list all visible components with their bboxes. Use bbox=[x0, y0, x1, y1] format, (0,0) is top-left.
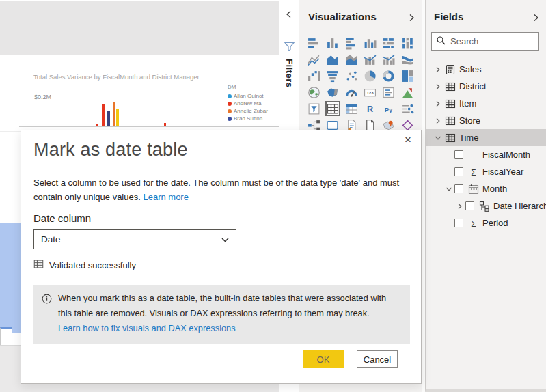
info-box-content: When you mark this as a date table, the … bbox=[58, 291, 402, 336]
chart-title: Total Sales Variance by FiscalMonth and … bbox=[33, 73, 200, 81]
stacked-area-chart-icon[interactable] bbox=[344, 52, 359, 67]
chevron-right-icon[interactable] bbox=[433, 83, 443, 90]
legend-item[interactable]: Brad Sutton bbox=[228, 115, 268, 122]
learn-more-link[interactable]: Learn more bbox=[143, 192, 188, 202]
waterfall-chart-icon[interactable] bbox=[307, 68, 322, 83]
chart-bar[interactable] bbox=[107, 111, 110, 126]
stacked-column-chart-icon[interactable] bbox=[325, 36, 340, 51]
legend-item[interactable]: Andrew Ma bbox=[228, 100, 268, 107]
field-checkbox[interactable] bbox=[454, 219, 463, 227]
chart-data-point[interactable] bbox=[164, 123, 166, 126]
r-script-icon[interactable]: R bbox=[363, 101, 378, 116]
field-item-fiscalyear[interactable]: ΣFiscalYear bbox=[426, 163, 546, 180]
field-item-label: District bbox=[459, 81, 487, 92]
fields-search-box[interactable] bbox=[431, 32, 539, 51]
field-item-date-hierarchy[interactable]: Date Hierarchy bbox=[426, 197, 546, 214]
chevron-down-icon bbox=[221, 234, 229, 244]
python-script-icon[interactable]: Py bbox=[381, 101, 396, 116]
line-chart-icon[interactable] bbox=[307, 52, 322, 67]
card-icon[interactable]: 123 bbox=[363, 85, 378, 100]
legend-item-label: Annelie Zubar bbox=[234, 108, 268, 114]
chevron-down-icon[interactable] bbox=[443, 186, 454, 193]
hundred-percent-stacked-bar-chart-icon[interactable] bbox=[381, 36, 396, 51]
field-item-store[interactable]: Store bbox=[426, 112, 546, 129]
clustered-column-chart-icon[interactable] bbox=[363, 36, 378, 51]
area-chart-icon[interactable] bbox=[325, 52, 340, 67]
hundred-percent-stacked-column-chart-icon[interactable] bbox=[400, 36, 415, 51]
field-checkbox[interactable] bbox=[454, 167, 463, 176]
field-item-fiscalmonth[interactable]: FiscalMonth bbox=[426, 146, 546, 163]
field-item-period[interactable]: ΣPeriod bbox=[426, 214, 546, 232]
map-icon[interactable] bbox=[307, 85, 322, 100]
filter-funnel-icon bbox=[284, 41, 295, 55]
clustered-bar-chart-icon[interactable] bbox=[344, 36, 359, 51]
field-item-item[interactable]: Item bbox=[426, 95, 546, 112]
info-icon bbox=[42, 294, 52, 336]
collapse-pane-chevron-icon[interactable] bbox=[286, 9, 292, 21]
calendar-icon bbox=[467, 184, 480, 195]
table-icon[interactable] bbox=[325, 101, 340, 116]
svg-text:Σ: Σ bbox=[471, 167, 476, 177]
chevron-down-icon[interactable] bbox=[433, 135, 443, 141]
chart-legend: DM Allan GuinotAndrew MaAnnelie ZubarBra… bbox=[228, 83, 268, 122]
legend-item[interactable]: Allan Guinot bbox=[228, 92, 268, 100]
matrix-icon[interactable] bbox=[344, 101, 359, 116]
ribbon-chart-icon[interactable] bbox=[400, 52, 415, 67]
search-input[interactable] bbox=[449, 36, 534, 47]
donut-chart-icon[interactable] bbox=[381, 68, 396, 83]
chevron-right-icon[interactable] bbox=[433, 100, 443, 107]
fix-visuals-link[interactable]: Learn how to fix visuals and DAX express… bbox=[58, 323, 236, 333]
chart-bar[interactable] bbox=[113, 102, 115, 126]
line-and-clustered-column-chart-icon[interactable] bbox=[381, 52, 396, 67]
gauge-icon[interactable] bbox=[344, 85, 359, 100]
field-item-sales[interactable]: Sales bbox=[426, 61, 546, 78]
legend-dot-icon bbox=[228, 94, 232, 98]
fields-pane: Fields SalesDistrictItemStoreTimeFiscalM… bbox=[425, 0, 546, 392]
treemap-icon[interactable] bbox=[400, 68, 415, 83]
field-item-label: Month bbox=[482, 184, 507, 194]
dialog-description: Select a column to be used for the date.… bbox=[33, 176, 413, 204]
chart-bar[interactable] bbox=[116, 109, 119, 126]
expand-fields-chevron-icon[interactable] bbox=[533, 12, 539, 25]
field-item-label: Date Hierarchy bbox=[493, 201, 546, 211]
stacked-bar-chart-icon[interactable] bbox=[307, 36, 322, 51]
chart-data-point[interactable] bbox=[96, 124, 98, 126]
field-item-district[interactable]: District bbox=[426, 78, 546, 95]
field-checkbox[interactable] bbox=[454, 150, 463, 159]
key-influencers-icon[interactable] bbox=[400, 101, 415, 116]
funnel-chart-icon[interactable] bbox=[325, 68, 340, 83]
table-icon bbox=[443, 98, 457, 109]
cancel-button[interactable]: Cancel bbox=[357, 350, 398, 368]
field-item-month[interactable]: Month bbox=[426, 180, 546, 197]
multi-row-card-icon[interactable] bbox=[381, 85, 396, 100]
search-icon bbox=[436, 36, 446, 48]
chart-bar[interactable] bbox=[102, 104, 105, 126]
chart-y-axis-tick: $0.2M bbox=[34, 94, 51, 100]
chevron-right-icon[interactable] bbox=[433, 66, 443, 73]
expand-visualizations-chevron-icon[interactable] bbox=[409, 12, 415, 25]
legend-item[interactable]: Annelie Zubar bbox=[228, 107, 268, 115]
close-icon[interactable]: × bbox=[401, 132, 415, 146]
chevron-right-icon[interactable] bbox=[433, 117, 443, 124]
filled-map-icon[interactable] bbox=[325, 85, 340, 100]
kpi-icon[interactable] bbox=[400, 85, 415, 100]
field-checkbox[interactable] bbox=[465, 201, 474, 210]
slicer-icon[interactable] bbox=[307, 101, 322, 116]
scatter-chart-icon[interactable] bbox=[344, 68, 359, 83]
date-column-dropdown-value: Date bbox=[41, 234, 61, 244]
dialog-title: Mark as date table bbox=[33, 139, 188, 160]
field-item-label: Store bbox=[459, 115, 480, 126]
legend-dot-icon bbox=[228, 117, 232, 121]
date-column-dropdown[interactable]: Date bbox=[33, 229, 236, 249]
field-checkbox[interactable] bbox=[454, 184, 463, 193]
table-icon bbox=[33, 259, 44, 271]
pie-chart-icon[interactable] bbox=[363, 68, 378, 83]
validation-status-text: Validated successfully bbox=[49, 260, 136, 270]
chevron-right-icon[interactable] bbox=[454, 203, 465, 210]
dialog-description-text: Select a column to be used for the date.… bbox=[33, 178, 399, 202]
field-item-time[interactable]: Time bbox=[426, 129, 546, 146]
line-and-stacked-column-chart-icon[interactable] bbox=[363, 52, 378, 67]
ok-button[interactable]: OK bbox=[303, 350, 344, 368]
sigma-icon: Σ bbox=[467, 218, 480, 229]
fields-tree: SalesDistrictItemStoreTimeFiscalMonthΣFi… bbox=[426, 61, 546, 232]
